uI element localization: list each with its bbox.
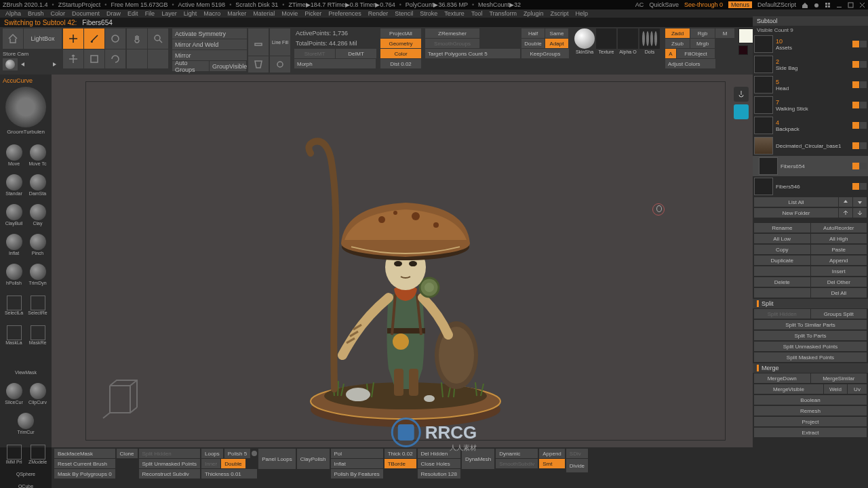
thickness-slider[interactable]: Thickness 0.01 [201, 469, 257, 479]
menu-brush[interactable]: Brush [25, 10, 47, 17]
store-cam[interactable]: Store Cam [3, 49, 62, 58]
up-arrow-icon[interactable] [839, 197, 852, 207]
same-button[interactable]: Same [545, 28, 568, 38]
texture-slot[interactable] [596, 28, 616, 49]
brush-standard[interactable]: Standar [3, 167, 25, 196]
brush-move-tc[interactable]: Move Tc [26, 138, 49, 166]
merge-similar-button[interactable]: MergeSimilar [811, 373, 867, 383]
zremesher-button[interactable]: ZRemesher [425, 28, 479, 38]
brush-slicecurve[interactable]: SliceCur [3, 376, 25, 405]
split-hidden-button[interactable]: Split Hidden [754, 309, 810, 319]
main-color-swatch[interactable] [738, 28, 753, 43]
smt-button[interactable]: Smt [539, 459, 565, 468]
brush-move[interactable]: Move [3, 138, 25, 166]
polish-dot[interactable] [252, 451, 257, 456]
merge-visible-button[interactable]: MergeVisible [754, 384, 823, 394]
split-parts-button[interactable]: Split To Parts [754, 331, 867, 340]
menu-stroke[interactable]: Stroke [417, 10, 440, 17]
brush-trimdyn[interactable]: TrimDyn [26, 257, 49, 285]
loops-button[interactable]: Loops [201, 449, 223, 458]
menu-file[interactable]: File [142, 10, 158, 17]
adapt-button[interactable]: Adapt [545, 39, 568, 48]
rename-button[interactable]: Rename [754, 223, 810, 232]
pol-button[interactable]: Pol [331, 449, 383, 458]
menu-alpha[interactable]: Alpha [3, 10, 24, 17]
groups-split-button[interactable]: Groups Split [811, 309, 867, 319]
split-masked-button[interactable]: Split Masked Points [754, 352, 867, 362]
cam-slot[interactable] [28, 60, 49, 69]
visibility-icon[interactable] [852, 41, 859, 47]
target-poly-slider[interactable]: Target Polygons Count 5 [425, 49, 520, 58]
merge-section[interactable]: Merge [753, 363, 868, 373]
secondary-color-swatch[interactable] [738, 45, 748, 55]
split-section[interactable]: Split [753, 299, 868, 308]
inflat-button[interactable]: Inflat [331, 459, 383, 468]
brush-masklasso[interactable]: MaskLa [3, 317, 25, 345]
copy-button[interactable]: Copy [754, 245, 810, 254]
brush-pinch[interactable]: Pinch [26, 227, 49, 256]
half-button[interactable]: Half [521, 28, 545, 38]
subtool-header[interactable]: Subtool [753, 16, 868, 26]
actual-button[interactable] [127, 49, 147, 68]
home-icon[interactable] [802, 2, 808, 8]
mrgb-button[interactable]: Mrgb [690, 39, 715, 48]
clone-button[interactable]: Clone [117, 449, 138, 458]
brush-viewmask[interactable]: ViewMask [3, 346, 49, 375]
menu-draw[interactable]: Draw [104, 10, 123, 17]
zsub-button[interactable]: Zsub [665, 39, 690, 48]
double-button-b[interactable]: Double [221, 459, 245, 468]
split-similar-button[interactable]: Split To Similar Parts [754, 320, 867, 329]
brush-qsphere[interactable]: QSphere [3, 466, 49, 476]
menu-document[interactable]: Document [69, 10, 102, 17]
minimize-icon[interactable] [836, 2, 842, 8]
adjust-colors-button[interactable]: Adjust Colors [665, 59, 715, 68]
insert-button[interactable]: Insert [811, 266, 867, 276]
weld-button[interactable]: Weld [824, 384, 847, 394]
subtool-sidebag[interactable]: 2Side Bag [753, 54, 868, 75]
maximize-icon[interactable] [848, 2, 854, 8]
project-button[interactable]: Project [754, 417, 867, 426]
aahalf-button[interactable] [148, 49, 168, 68]
split-hidden-button-b[interactable]: Split Hidden [139, 449, 200, 458]
menu-tool[interactable]: Tool [469, 10, 486, 17]
brush-hpolish[interactable]: hPolish [3, 257, 25, 285]
all-high-button[interactable]: All High [811, 234, 867, 243]
brush-zmodeler[interactable]: ZModele [26, 436, 49, 464]
new-folder-button[interactable]: New Folder [754, 208, 838, 218]
sculptris-button[interactable] [105, 28, 125, 49]
all-low-button[interactable]: All Low [754, 234, 810, 243]
divide-button[interactable]: Divide [566, 459, 588, 472]
down-arrow-icon[interactable] [853, 197, 867, 207]
append-button[interactable]: Append [811, 256, 867, 265]
next-cam-button[interactable] [50, 60, 59, 69]
morph-button[interactable]: Morph [294, 59, 376, 68]
pin-icon[interactable] [813, 2, 819, 8]
extract-button[interactable]: Extract [754, 428, 867, 437]
brush-qcube[interactable]: QCube [3, 478, 49, 488]
draw-button[interactable] [84, 28, 104, 49]
append-button-b[interactable]: Append [539, 449, 565, 458]
reset-brush-button[interactable]: Reset Current Brush [54, 459, 115, 468]
delete-button[interactable]: Delete [754, 277, 810, 287]
merge-down-button[interactable]: MergeDown [754, 373, 810, 383]
brush-claybuild[interactable]: ClayBuil [3, 197, 25, 226]
list-all-button[interactable]: List All [754, 197, 838, 207]
brush-immprim[interactable]: IMM Pri [3, 436, 25, 464]
menu-picker[interactable]: Picker [302, 10, 324, 17]
brush-selectlasso[interactable]: SelectLa [3, 287, 25, 315]
menu-stencil[interactable]: Stencil [392, 10, 416, 17]
menu-zplugin[interactable]: Zplugin [521, 10, 547, 17]
keepgroups-button[interactable]: KeepGroups [521, 49, 569, 58]
menu-edit[interactable]: Edit [125, 10, 141, 17]
solo-button[interactable] [270, 56, 290, 73]
material-swatch[interactable] [3, 58, 18, 70]
panel-loops-button[interactable]: Panel Loops [258, 449, 295, 469]
subtool-walkingstick[interactable]: 7Walking Stick [753, 95, 868, 115]
menu-render[interactable]: Render [366, 10, 391, 17]
persp-button[interactable] [248, 56, 269, 73]
menu-marker[interactable]: Marker [224, 10, 249, 17]
bpr-button[interactable] [734, 87, 749, 102]
subtool-base[interactable]: Decimated_Circular_base1 [753, 136, 868, 156]
menu-preferences[interactable]: Preferences [326, 10, 364, 17]
brush-clipcurve[interactable]: ClipCurv [26, 376, 49, 405]
